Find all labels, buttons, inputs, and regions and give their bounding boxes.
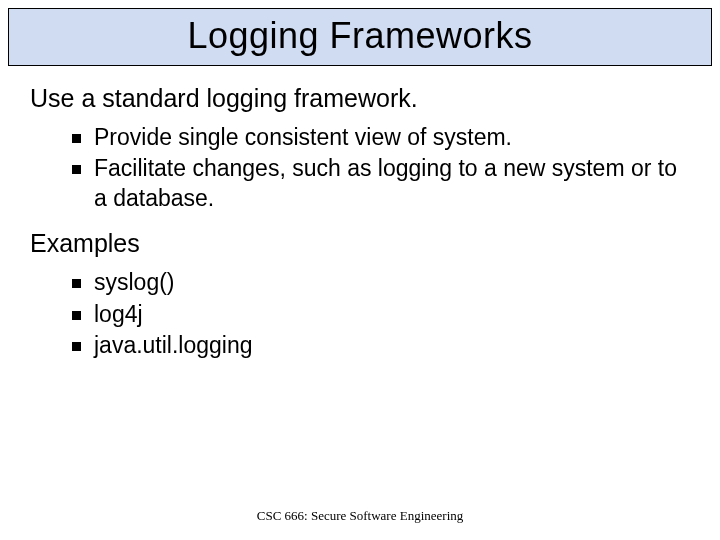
slide-content: Use a standard logging framework. Provid… [0,66,720,361]
list-item: java.util.logging [72,331,690,360]
intro-bullet-list: Provide single consistent view of system… [30,123,690,213]
list-item: Facilitate changes, such as logging to a… [72,154,690,213]
title-bar: Logging Frameworks [8,8,712,66]
list-item: log4j [72,300,690,329]
slide-footer: CSC 666: Secure Software Engineering [0,508,720,524]
intro-text: Use a standard logging framework. [30,84,690,113]
list-item: syslog() [72,268,690,297]
slide-title: Logging Frameworks [9,15,711,57]
examples-bullet-list: syslog() log4j java.util.logging [30,268,690,360]
examples-heading: Examples [30,229,690,258]
list-item: Provide single consistent view of system… [72,123,690,152]
